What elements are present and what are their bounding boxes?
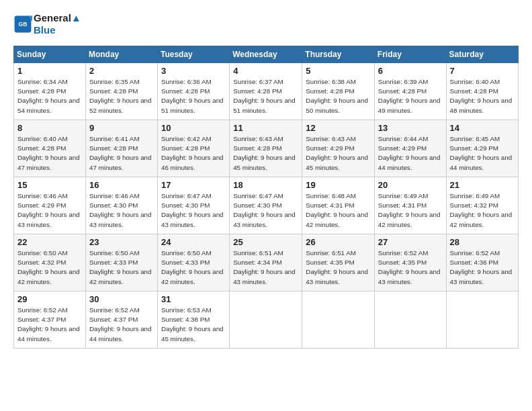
calendar-cell: 22 Sunrise: 6:50 AM Sunset: 4:32 PM Dayl… bbox=[14, 234, 86, 291]
day-number: 6 bbox=[378, 66, 443, 76]
page-container: GB General▲ Blue SundayMondayTuesdayWedn… bbox=[0, 0, 532, 357]
calendar-cell: 3 Sunrise: 6:36 AM Sunset: 4:28 PM Dayli… bbox=[157, 63, 229, 120]
weekday-header-wednesday: Wednesday bbox=[230, 46, 302, 63]
day-number: 22 bbox=[17, 237, 82, 247]
day-info: Sunrise: 6:50 AM Sunset: 4:33 PM Dayligh… bbox=[161, 248, 226, 287]
calendar-cell: 19 Sunrise: 6:48 AM Sunset: 4:31 PM Dayl… bbox=[302, 177, 375, 234]
calendar-cell: 7 Sunrise: 6:40 AM Sunset: 4:28 PM Dayli… bbox=[446, 63, 518, 120]
day-info: Sunrise: 6:34 AM Sunset: 4:28 PM Dayligh… bbox=[17, 77, 82, 116]
day-number: 7 bbox=[450, 66, 515, 76]
weekday-header-row: SundayMondayTuesdayWednesdayThursdayFrid… bbox=[14, 46, 519, 63]
day-info: Sunrise: 6:36 AM Sunset: 4:28 PM Dayligh… bbox=[161, 77, 226, 116]
day-info: Sunrise: 6:45 AM Sunset: 4:29 PM Dayligh… bbox=[450, 134, 515, 173]
day-number: 23 bbox=[89, 237, 154, 247]
day-number: 25 bbox=[233, 237, 298, 247]
calendar-cell bbox=[446, 291, 518, 349]
day-info: Sunrise: 6:47 AM Sunset: 4:30 PM Dayligh… bbox=[233, 191, 298, 230]
calendar-week-5: 29 Sunrise: 6:52 AM Sunset: 4:37 PM Dayl… bbox=[14, 291, 519, 349]
weekday-header-saturday: Saturday bbox=[446, 46, 518, 63]
calendar-cell: 30 Sunrise: 6:52 AM Sunset: 4:37 PM Dayl… bbox=[85, 291, 157, 349]
calendar-cell: 17 Sunrise: 6:47 AM Sunset: 4:30 PM Dayl… bbox=[157, 177, 229, 234]
day-number: 16 bbox=[89, 180, 154, 190]
calendar-cell: 2 Sunrise: 6:35 AM Sunset: 4:28 PM Dayli… bbox=[85, 63, 157, 120]
day-number: 9 bbox=[89, 123, 154, 133]
calendar-cell: 23 Sunrise: 6:50 AM Sunset: 4:33 PM Dayl… bbox=[85, 234, 157, 291]
calendar-cell: 18 Sunrise: 6:47 AM Sunset: 4:30 PM Dayl… bbox=[230, 177, 302, 234]
day-info: Sunrise: 6:40 AM Sunset: 4:28 PM Dayligh… bbox=[17, 134, 82, 173]
calendar-table: SundayMondayTuesdayWednesdayThursdayFrid… bbox=[13, 46, 519, 349]
calendar-cell: 25 Sunrise: 6:51 AM Sunset: 4:34 PM Dayl… bbox=[230, 234, 302, 291]
day-number: 28 bbox=[450, 237, 515, 247]
day-number: 8 bbox=[17, 123, 82, 133]
calendar-cell: 27 Sunrise: 6:52 AM Sunset: 4:35 PM Dayl… bbox=[374, 234, 446, 291]
day-info: Sunrise: 6:44 AM Sunset: 4:29 PM Dayligh… bbox=[378, 134, 443, 173]
day-info: Sunrise: 6:47 AM Sunset: 4:30 PM Dayligh… bbox=[161, 191, 226, 230]
day-info: Sunrise: 6:49 AM Sunset: 4:31 PM Dayligh… bbox=[378, 191, 443, 230]
calendar-cell bbox=[302, 291, 375, 349]
calendar-week-4: 22 Sunrise: 6:50 AM Sunset: 4:32 PM Dayl… bbox=[14, 234, 519, 291]
page-header: GB General▲ Blue bbox=[13, 12, 519, 36]
day-number: 13 bbox=[378, 123, 443, 133]
day-info: Sunrise: 6:35 AM Sunset: 4:28 PM Dayligh… bbox=[89, 77, 154, 116]
weekday-header-friday: Friday bbox=[374, 46, 446, 63]
day-number: 24 bbox=[161, 237, 226, 247]
calendar-cell: 9 Sunrise: 6:41 AM Sunset: 4:28 PM Dayli… bbox=[85, 120, 157, 177]
day-number: 5 bbox=[306, 66, 371, 76]
logo-icon: GB bbox=[13, 15, 32, 34]
calendar-week-1: 1 Sunrise: 6:34 AM Sunset: 4:28 PM Dayli… bbox=[14, 63, 519, 120]
calendar-cell: 16 Sunrise: 6:46 AM Sunset: 4:30 PM Dayl… bbox=[85, 177, 157, 234]
day-number: 17 bbox=[161, 180, 226, 190]
day-number: 1 bbox=[17, 66, 82, 76]
calendar-week-2: 8 Sunrise: 6:40 AM Sunset: 4:28 PM Dayli… bbox=[14, 120, 519, 177]
day-info: Sunrise: 6:41 AM Sunset: 4:28 PM Dayligh… bbox=[89, 134, 154, 173]
day-number: 12 bbox=[306, 123, 371, 133]
calendar-cell: 6 Sunrise: 6:39 AM Sunset: 4:28 PM Dayli… bbox=[374, 63, 446, 120]
day-number: 10 bbox=[161, 123, 226, 133]
day-info: Sunrise: 6:52 AM Sunset: 4:37 PM Dayligh… bbox=[17, 306, 82, 344]
calendar-cell: 1 Sunrise: 6:34 AM Sunset: 4:28 PM Dayli… bbox=[14, 63, 86, 120]
day-number: 11 bbox=[233, 123, 298, 133]
calendar-cell: 11 Sunrise: 6:43 AM Sunset: 4:28 PM Dayl… bbox=[230, 120, 302, 177]
day-number: 2 bbox=[89, 66, 154, 76]
svg-text:GB: GB bbox=[19, 21, 28, 28]
calendar-week-3: 15 Sunrise: 6:46 AM Sunset: 4:29 PM Dayl… bbox=[14, 177, 519, 234]
calendar-cell: 21 Sunrise: 6:49 AM Sunset: 4:32 PM Dayl… bbox=[446, 177, 518, 234]
calendar-cell: 29 Sunrise: 6:52 AM Sunset: 4:37 PM Dayl… bbox=[14, 291, 86, 349]
calendar-cell: 8 Sunrise: 6:40 AM Sunset: 4:28 PM Dayli… bbox=[14, 120, 86, 177]
weekday-header-thursday: Thursday bbox=[302, 46, 375, 63]
calendar-cell: 20 Sunrise: 6:49 AM Sunset: 4:31 PM Dayl… bbox=[374, 177, 446, 234]
day-info: Sunrise: 6:42 AM Sunset: 4:28 PM Dayligh… bbox=[161, 134, 226, 173]
calendar-cell: 15 Sunrise: 6:46 AM Sunset: 4:29 PM Dayl… bbox=[14, 177, 86, 234]
day-number: 27 bbox=[378, 237, 443, 247]
logo-text: General▲ Blue bbox=[34, 12, 81, 36]
calendar-cell: 28 Sunrise: 6:52 AM Sunset: 4:36 PM Dayl… bbox=[446, 234, 518, 291]
weekday-header-monday: Monday bbox=[85, 46, 157, 63]
weekday-header-sunday: Sunday bbox=[14, 46, 86, 63]
day-number: 3 bbox=[161, 66, 226, 76]
day-number: 4 bbox=[233, 66, 298, 76]
day-number: 29 bbox=[17, 294, 82, 304]
calendar-cell bbox=[230, 291, 302, 349]
calendar-cell: 13 Sunrise: 6:44 AM Sunset: 4:29 PM Dayl… bbox=[374, 120, 446, 177]
calendar-cell bbox=[374, 291, 446, 349]
day-info: Sunrise: 6:52 AM Sunset: 4:36 PM Dayligh… bbox=[450, 248, 515, 287]
weekday-header-tuesday: Tuesday bbox=[157, 46, 229, 63]
day-info: Sunrise: 6:52 AM Sunset: 4:37 PM Dayligh… bbox=[89, 306, 154, 344]
day-info: Sunrise: 6:51 AM Sunset: 4:34 PM Dayligh… bbox=[233, 248, 298, 287]
day-info: Sunrise: 6:50 AM Sunset: 4:33 PM Dayligh… bbox=[89, 248, 154, 287]
day-info: Sunrise: 6:50 AM Sunset: 4:32 PM Dayligh… bbox=[17, 248, 82, 287]
calendar-cell: 26 Sunrise: 6:51 AM Sunset: 4:35 PM Dayl… bbox=[302, 234, 375, 291]
day-number: 26 bbox=[306, 237, 371, 247]
day-info: Sunrise: 6:52 AM Sunset: 4:35 PM Dayligh… bbox=[378, 248, 443, 287]
day-info: Sunrise: 6:38 AM Sunset: 4:28 PM Dayligh… bbox=[306, 77, 371, 116]
day-number: 31 bbox=[161, 294, 226, 304]
calendar-cell: 31 Sunrise: 6:53 AM Sunset: 4:38 PM Dayl… bbox=[157, 291, 229, 349]
calendar-cell: 24 Sunrise: 6:50 AM Sunset: 4:33 PM Dayl… bbox=[157, 234, 229, 291]
day-number: 14 bbox=[450, 123, 515, 133]
day-info: Sunrise: 6:51 AM Sunset: 4:35 PM Dayligh… bbox=[306, 248, 371, 287]
day-number: 20 bbox=[378, 180, 443, 190]
day-info: Sunrise: 6:40 AM Sunset: 4:28 PM Dayligh… bbox=[450, 77, 515, 116]
day-number: 18 bbox=[233, 180, 298, 190]
day-info: Sunrise: 6:48 AM Sunset: 4:31 PM Dayligh… bbox=[306, 191, 371, 230]
day-number: 30 bbox=[89, 294, 154, 304]
